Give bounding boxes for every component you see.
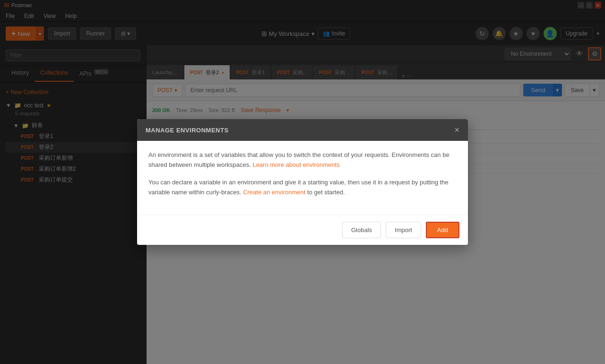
- create-env-link[interactable]: Create an environment: [243, 189, 305, 196]
- learn-more-link[interactable]: Learn more about environments: [252, 161, 339, 168]
- add-button[interactable]: Add: [426, 222, 459, 238]
- modal-header: MANAGE ENVIRONMENTS ×: [137, 119, 468, 141]
- modal-footer: Globals Import Add: [137, 215, 468, 245]
- modal-para2: You can declare a variable in an environ…: [148, 178, 457, 198]
- manage-environments-modal: MANAGE ENVIRONMENTS × An environment is …: [137, 119, 468, 244]
- modal-para1: An environment is a set of variables tha…: [148, 150, 457, 170]
- modal-body: An environment is a set of variables tha…: [137, 141, 468, 214]
- modal-overlay: MANAGE ENVIRONMENTS × An environment is …: [0, 0, 605, 364]
- import-modal-button[interactable]: Import: [386, 222, 421, 238]
- globals-button[interactable]: Globals: [342, 222, 381, 238]
- modal-close-button[interactable]: ×: [454, 126, 459, 134]
- modal-title: MANAGE ENVIRONMENTS: [146, 127, 229, 134]
